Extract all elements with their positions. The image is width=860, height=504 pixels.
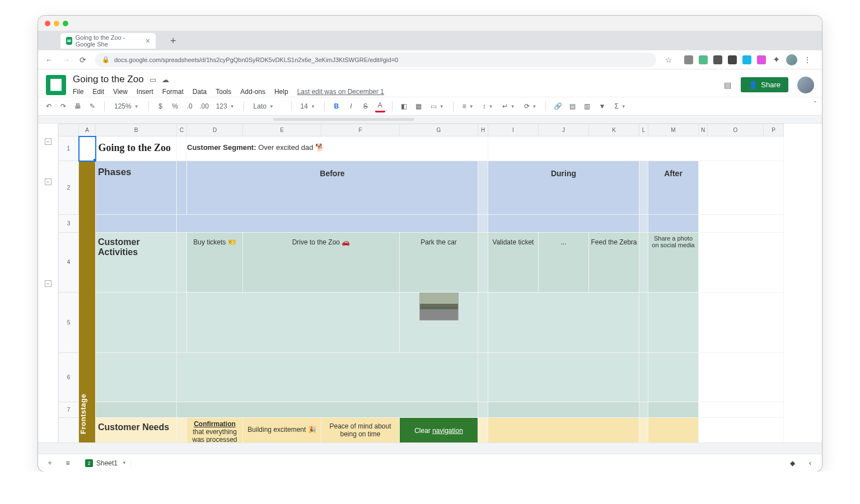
activity-buy-tickets[interactable]: Buy tickets 🎫	[187, 233, 243, 292]
phase-during[interactable]: During	[488, 161, 639, 215]
activity-drive[interactable]: Drive to the Zoo 🚗	[243, 233, 400, 292]
paint-format-icon[interactable]: ✎	[87, 100, 97, 112]
menu-tools[interactable]: Tools	[216, 88, 231, 96]
cell[interactable]	[478, 418, 488, 442]
row-header[interactable]: 3	[59, 215, 79, 233]
window-close-icon[interactable]	[45, 21, 50, 26]
cell[interactable]	[488, 418, 639, 442]
move-to-folder-icon[interactable]: ▭	[149, 76, 156, 84]
col-header[interactable]: N	[699, 124, 708, 136]
menu-addons[interactable]: Add-ons	[240, 88, 265, 96]
need-excitement[interactable]: Building excitement 🎉	[243, 418, 321, 442]
cell[interactable]	[639, 292, 648, 352]
cell[interactable]	[478, 292, 488, 352]
vertical-align-button[interactable]: ↕▼	[480, 102, 496, 110]
account-avatar-icon[interactable]	[797, 77, 814, 93]
cell[interactable]	[639, 352, 648, 402]
print-icon[interactable]: 🖶	[73, 100, 83, 112]
phase-after[interactable]: After	[648, 161, 699, 215]
cell-A1[interactable]	[79, 136, 96, 161]
need-peace[interactable]: Peace of mind about being on time	[321, 418, 400, 442]
activity-share[interactable]: Share a photo on social media	[648, 233, 699, 292]
insert-comment-icon[interactable]: ▤	[567, 100, 577, 112]
menu-view[interactable]: View	[113, 88, 128, 96]
activity-feed[interactable]: Feed the Zebra	[589, 233, 639, 292]
extension-icon[interactable]	[728, 55, 737, 64]
cell[interactable]	[648, 352, 699, 402]
cell[interactable]	[478, 161, 488, 215]
cloud-status-icon[interactable]: ☁	[162, 76, 169, 84]
browser-tab[interactable]: Going to the Zoo - Google She ×	[60, 33, 156, 49]
horizontal-align-button[interactable]: ≡▼	[460, 102, 476, 110]
cell[interactable]	[478, 233, 488, 292]
cell[interactable]	[699, 292, 784, 352]
new-tab-button[interactable]: +	[170, 35, 176, 47]
cell[interactable]	[177, 161, 187, 215]
frontstage-sidebar[interactable]: Frontstage	[79, 161, 96, 443]
decrease-decimal-icon[interactable]: .0	[185, 100, 195, 112]
comments-icon[interactable]: ▤	[723, 81, 732, 90]
col-header[interactable]: J	[539, 124, 589, 136]
window-zoom-icon[interactable]	[63, 21, 68, 26]
insert-chart-icon[interactable]: ▥	[582, 100, 592, 112]
collapse-toolbar-icon[interactable]: ˆ	[814, 101, 816, 109]
row-header[interactable]: 8	[59, 418, 79, 442]
back-icon[interactable]: ←	[45, 55, 54, 64]
needs-label[interactable]: Customer Needs	[96, 418, 177, 442]
col-header[interactable]: L	[639, 124, 648, 136]
undo-icon[interactable]: ↶	[44, 100, 54, 112]
extension-icon[interactable]	[699, 55, 708, 64]
increase-decimal-icon[interactable]: .00	[199, 100, 209, 112]
extensions-menu-icon[interactable]: ✦	[772, 54, 780, 65]
select-all-cell[interactable]	[59, 124, 79, 136]
activity-more[interactable]: ...	[539, 233, 589, 292]
col-header[interactable]: A	[79, 124, 96, 136]
col-header[interactable]: M	[648, 124, 699, 136]
cell[interactable]	[187, 292, 400, 352]
side-panel-toggle-icon[interactable]: ‹	[805, 457, 815, 469]
star-icon[interactable]: ☆	[664, 55, 673, 64]
insert-link-icon[interactable]: 🔗	[553, 100, 563, 112]
italic-button[interactable]: I	[346, 100, 356, 112]
col-header[interactable]: G	[400, 124, 478, 136]
cell[interactable]	[699, 418, 784, 442]
format-percent-icon[interactable]: %	[170, 100, 180, 112]
customer-segment-cell[interactable]: Customer Segment: Over excited dad 🐕	[187, 136, 488, 161]
cell[interactable]	[639, 418, 648, 442]
doc-title[interactable]: Going to the Zoo	[73, 74, 144, 85]
cell[interactable]	[96, 402, 177, 418]
cell[interactable]	[648, 215, 699, 233]
functions-button[interactable]: Σ▼	[612, 102, 628, 110]
col-header[interactable]: D	[187, 124, 243, 136]
row-header[interactable]: 2	[59, 161, 79, 215]
col-header[interactable]: C	[177, 124, 187, 136]
cell-phases-label[interactable]: Phases	[96, 161, 177, 215]
col-header[interactable]: I	[488, 124, 539, 136]
activities-label[interactable]: Customer Activities	[96, 233, 177, 292]
row-header[interactable]: 1	[59, 136, 79, 161]
activity-park[interactable]: Park the car	[400, 233, 478, 292]
row-header[interactable]: 5	[59, 292, 79, 352]
font-select[interactable]: Lato▼	[251, 102, 284, 111]
parking-image-cell[interactable]	[400, 292, 478, 352]
cell[interactable]	[639, 233, 648, 292]
menu-file[interactable]: File	[73, 88, 83, 96]
profile-avatar-icon[interactable]	[786, 54, 797, 65]
cell[interactable]	[639, 215, 648, 233]
cell[interactable]	[478, 352, 488, 402]
cell[interactable]	[648, 418, 699, 442]
browser-menu-icon[interactable]: ⋮	[803, 55, 812, 64]
last-edit-link[interactable]: Last edit was on December 1	[297, 88, 384, 96]
col-header[interactable]: K	[589, 124, 639, 136]
row-header[interactable]: 7	[59, 402, 79, 418]
need-navigation[interactable]: Clear navigation	[400, 418, 478, 442]
cell[interactable]	[96, 215, 177, 233]
bold-button[interactable]: B	[331, 100, 342, 112]
strikethrough-button[interactable]: S	[361, 100, 371, 112]
cell[interactable]	[177, 136, 187, 161]
cell[interactable]	[699, 215, 784, 233]
cell[interactable]	[478, 215, 488, 233]
cell[interactable]	[177, 233, 187, 292]
vimeo-extension-icon[interactable]	[742, 55, 751, 64]
spreadsheet-grid[interactable]: – – – A B C	[38, 124, 822, 442]
